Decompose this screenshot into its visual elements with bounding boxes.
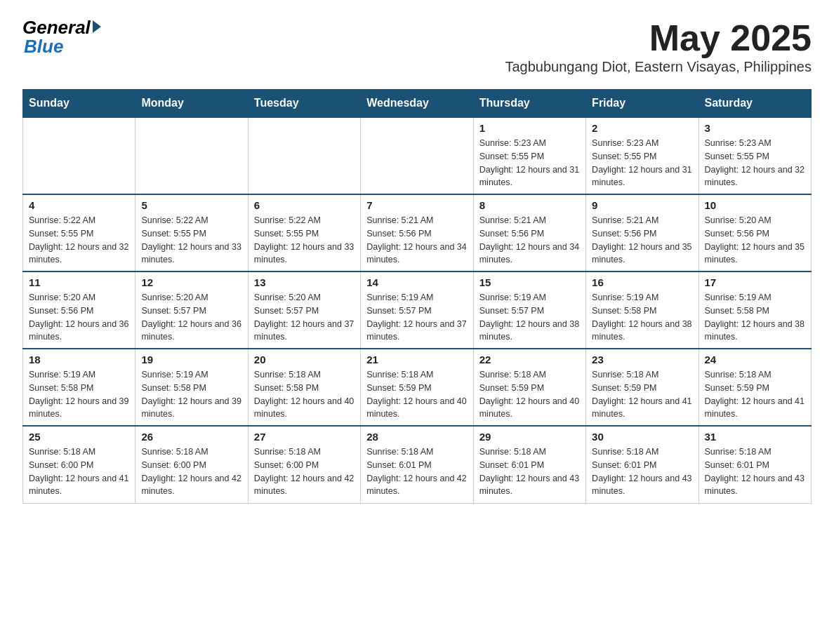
day-number: 10: [705, 199, 805, 211]
day-info: Sunrise: 5:20 AM Sunset: 5:56 PM Dayligh…: [29, 291, 129, 344]
day-number: 12: [141, 276, 241, 288]
calendar-cell: 11Sunrise: 5:20 AM Sunset: 5:56 PM Dayli…: [23, 271, 135, 349]
month-title: May 2025: [505, 17, 812, 59]
calendar-cell: 1Sunrise: 5:23 AM Sunset: 5:55 PM Daylig…: [473, 117, 585, 194]
day-info: Sunrise: 5:23 AM Sunset: 5:55 PM Dayligh…: [705, 137, 805, 189]
calendar-cell: 8Sunrise: 5:21 AM Sunset: 5:56 PM Daylig…: [473, 194, 585, 271]
day-number: 31: [705, 431, 805, 443]
day-info: Sunrise: 5:19 AM Sunset: 5:57 PM Dayligh…: [366, 291, 467, 344]
day-number: 29: [479, 431, 580, 443]
logo-blue-text: Blue: [24, 36, 63, 58]
day-info: Sunrise: 5:18 AM Sunset: 5:59 PM Dayligh…: [705, 368, 805, 421]
calendar-cell: 31Sunrise: 5:18 AM Sunset: 6:01 PM Dayli…: [699, 426, 811, 503]
day-info: Sunrise: 5:21 AM Sunset: 5:56 PM Dayligh…: [479, 214, 580, 267]
location-subtitle: Tagbubungang Diot, Eastern Visayas, Phil…: [505, 59, 812, 75]
calendar-header-wednesday: Wednesday: [361, 90, 473, 118]
day-number: 1: [479, 122, 580, 134]
day-info: Sunrise: 5:21 AM Sunset: 5:56 PM Dayligh…: [366, 214, 467, 267]
day-number: 9: [592, 199, 692, 211]
day-number: 20: [254, 354, 355, 365]
day-info: Sunrise: 5:18 AM Sunset: 6:01 PM Dayligh…: [366, 445, 467, 498]
day-info: Sunrise: 5:20 AM Sunset: 5:57 PM Dayligh…: [141, 291, 241, 344]
calendar-cell: 22Sunrise: 5:18 AM Sunset: 5:59 PM Dayli…: [473, 349, 585, 426]
day-number: 16: [592, 276, 692, 288]
day-info: Sunrise: 5:18 AM Sunset: 6:00 PM Dayligh…: [141, 445, 241, 498]
day-info: Sunrise: 5:18 AM Sunset: 5:59 PM Dayligh…: [592, 368, 692, 421]
day-info: Sunrise: 5:23 AM Sunset: 5:55 PM Dayligh…: [479, 137, 580, 189]
day-info: Sunrise: 5:18 AM Sunset: 5:59 PM Dayligh…: [479, 368, 580, 421]
day-info: Sunrise: 5:19 AM Sunset: 5:58 PM Dayligh…: [592, 291, 692, 344]
day-number: 21: [366, 354, 467, 365]
calendar-cell: 19Sunrise: 5:19 AM Sunset: 5:58 PM Dayli…: [135, 349, 248, 426]
page-header: General Blue May 2025 Tagbubungang Diot,…: [22, 17, 812, 83]
calendar-header-sunday: Sunday: [23, 90, 135, 118]
day-number: 11: [29, 276, 129, 288]
day-info: Sunrise: 5:23 AM Sunset: 5:55 PM Dayligh…: [592, 137, 692, 189]
calendar-cell: 14Sunrise: 5:19 AM Sunset: 5:57 PM Dayli…: [361, 271, 473, 349]
calendar-cell: 10Sunrise: 5:20 AM Sunset: 5:56 PM Dayli…: [699, 194, 811, 271]
day-info: Sunrise: 5:19 AM Sunset: 5:57 PM Dayligh…: [479, 291, 580, 344]
day-info: Sunrise: 5:19 AM Sunset: 5:58 PM Dayligh…: [705, 291, 805, 344]
day-number: 3: [705, 122, 805, 134]
day-number: 23: [592, 354, 692, 365]
day-number: 18: [29, 354, 129, 365]
calendar-header-tuesday: Tuesday: [248, 90, 360, 118]
calendar-cell: [361, 117, 473, 194]
calendar-cell: 3Sunrise: 5:23 AM Sunset: 5:55 PM Daylig…: [699, 117, 811, 194]
day-number: 4: [29, 199, 129, 211]
calendar-cell: 2Sunrise: 5:23 AM Sunset: 5:55 PM Daylig…: [586, 117, 699, 194]
calendar-cell: [135, 117, 248, 194]
title-block: May 2025 Tagbubungang Diot, Eastern Visa…: [505, 17, 812, 83]
day-number: 25: [29, 431, 129, 443]
day-number: 7: [366, 199, 467, 211]
calendar-header-thursday: Thursday: [473, 90, 585, 118]
calendar-cell: 29Sunrise: 5:18 AM Sunset: 6:01 PM Dayli…: [473, 426, 585, 503]
calendar-header-row: SundayMondayTuesdayWednesdayThursdayFrid…: [23, 90, 812, 118]
calendar-cell: [23, 117, 135, 194]
calendar-cell: 12Sunrise: 5:20 AM Sunset: 5:57 PM Dayli…: [135, 271, 248, 349]
calendar-cell: 13Sunrise: 5:20 AM Sunset: 5:57 PM Dayli…: [248, 271, 360, 349]
day-info: Sunrise: 5:20 AM Sunset: 5:57 PM Dayligh…: [254, 291, 355, 344]
day-info: Sunrise: 5:18 AM Sunset: 6:01 PM Dayligh…: [592, 445, 692, 498]
calendar-cell: [248, 117, 360, 194]
calendar-cell: 30Sunrise: 5:18 AM Sunset: 6:01 PM Dayli…: [586, 426, 699, 503]
calendar-week-row-2: 4Sunrise: 5:22 AM Sunset: 5:55 PM Daylig…: [23, 194, 812, 271]
day-number: 17: [705, 276, 805, 288]
calendar-cell: 15Sunrise: 5:19 AM Sunset: 5:57 PM Dayli…: [473, 271, 585, 349]
calendar-cell: 16Sunrise: 5:19 AM Sunset: 5:58 PM Dayli…: [586, 271, 699, 349]
calendar-header-friday: Friday: [586, 90, 699, 118]
calendar-cell: 25Sunrise: 5:18 AM Sunset: 6:00 PM Dayli…: [23, 426, 135, 503]
day-number: 5: [141, 199, 241, 211]
day-info: Sunrise: 5:18 AM Sunset: 5:59 PM Dayligh…: [366, 368, 467, 421]
calendar-cell: 23Sunrise: 5:18 AM Sunset: 5:59 PM Dayli…: [586, 349, 699, 426]
calendar-cell: 27Sunrise: 5:18 AM Sunset: 6:00 PM Dayli…: [248, 426, 360, 503]
calendar-cell: 4Sunrise: 5:22 AM Sunset: 5:55 PM Daylig…: [23, 194, 135, 271]
calendar-cell: 26Sunrise: 5:18 AM Sunset: 6:00 PM Dayli…: [135, 426, 248, 503]
day-number: 27: [254, 431, 355, 443]
day-info: Sunrise: 5:18 AM Sunset: 6:01 PM Dayligh…: [705, 445, 805, 498]
calendar-cell: 24Sunrise: 5:18 AM Sunset: 5:59 PM Dayli…: [699, 349, 811, 426]
logo-arrow-icon: [93, 20, 101, 33]
calendar-header-monday: Monday: [135, 90, 248, 118]
calendar-cell: 9Sunrise: 5:21 AM Sunset: 5:56 PM Daylig…: [586, 194, 699, 271]
day-number: 19: [141, 354, 241, 365]
day-number: 8: [479, 199, 580, 211]
calendar-cell: 7Sunrise: 5:21 AM Sunset: 5:56 PM Daylig…: [361, 194, 473, 271]
day-number: 13: [254, 276, 355, 288]
calendar-week-row-5: 25Sunrise: 5:18 AM Sunset: 6:00 PM Dayli…: [23, 426, 812, 503]
calendar-week-row-4: 18Sunrise: 5:19 AM Sunset: 5:58 PM Dayli…: [23, 349, 812, 426]
day-number: 15: [479, 276, 580, 288]
calendar-cell: 21Sunrise: 5:18 AM Sunset: 5:59 PM Dayli…: [361, 349, 473, 426]
day-number: 14: [366, 276, 467, 288]
day-info: Sunrise: 5:22 AM Sunset: 5:55 PM Dayligh…: [29, 214, 129, 267]
day-info: Sunrise: 5:20 AM Sunset: 5:56 PM Dayligh…: [705, 214, 805, 267]
day-number: 24: [705, 354, 805, 365]
day-number: 6: [254, 199, 355, 211]
calendar-cell: 20Sunrise: 5:18 AM Sunset: 5:58 PM Dayli…: [248, 349, 360, 426]
day-info: Sunrise: 5:22 AM Sunset: 5:55 PM Dayligh…: [254, 214, 355, 267]
day-info: Sunrise: 5:19 AM Sunset: 5:58 PM Dayligh…: [29, 368, 129, 421]
day-info: Sunrise: 5:18 AM Sunset: 6:01 PM Dayligh…: [479, 445, 580, 498]
day-info: Sunrise: 5:18 AM Sunset: 6:00 PM Dayligh…: [29, 445, 129, 498]
calendar-cell: 17Sunrise: 5:19 AM Sunset: 5:58 PM Dayli…: [699, 271, 811, 349]
calendar-header-saturday: Saturday: [699, 90, 811, 118]
